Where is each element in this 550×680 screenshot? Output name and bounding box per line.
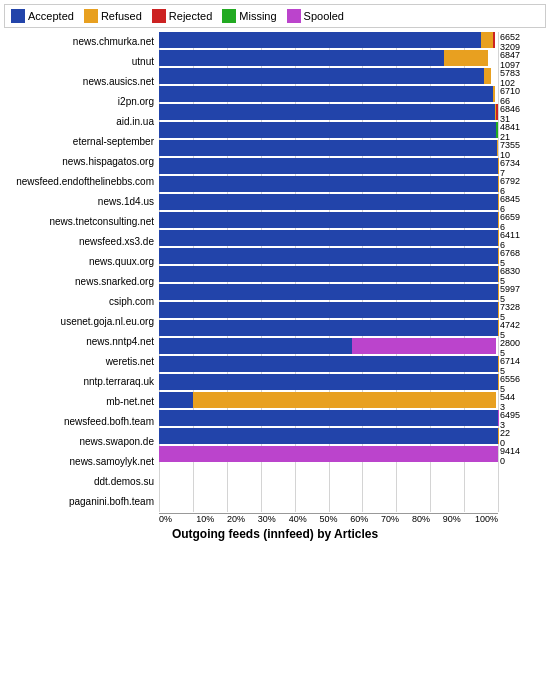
- row-label-20: news.swapon.de: [4, 432, 159, 450]
- legend-missing: Missing: [222, 9, 276, 23]
- bar-row-19: 65565: [159, 374, 498, 390]
- row-label-2: news.ausics.net: [4, 72, 159, 90]
- seg-accepted-segment: [159, 86, 493, 102]
- seg-refused-segment: [497, 140, 498, 156]
- row-label-0: news.chmurka.net: [4, 32, 159, 50]
- row-label-5: eternal-september: [4, 132, 159, 150]
- bars-column: 6652320968471097578310267106668463148412…: [159, 32, 498, 512]
- seg-accepted-segment: [159, 356, 498, 372]
- bar-row-6: 735510: [159, 140, 498, 156]
- legend: Accepted Refused Rejected Missing Spoole…: [4, 4, 546, 28]
- x-label-5: 50%: [313, 514, 344, 524]
- seg-accepted-segment: [159, 122, 496, 138]
- seg-refused-segment: [481, 32, 493, 48]
- seg-accepted-segment: [159, 284, 498, 300]
- row-label-3: i2pn.org: [4, 92, 159, 110]
- seg-refused-segment: [493, 86, 495, 102]
- row-label-23: paganini.bofh.team: [4, 492, 159, 510]
- bar-value-23: 94140: [500, 446, 520, 467]
- row-label-12: news.snarked.org: [4, 272, 159, 290]
- row-label-21: news.samoylyk.net: [4, 452, 159, 470]
- seg-accepted-segment: [159, 392, 193, 408]
- bar-row-0: 66523209: [159, 32, 498, 48]
- bar-row-18: 67145: [159, 356, 498, 372]
- bar-row-1: 68471097: [159, 50, 498, 66]
- seg-accepted-segment: [159, 104, 495, 120]
- row-label-9: news.tnetconsulting.net: [4, 212, 159, 230]
- bar-row-5: 484121: [159, 122, 498, 138]
- bar-row-16: 47425: [159, 320, 498, 336]
- missing-color-box: [222, 9, 236, 23]
- row-label-13: csiph.com: [4, 292, 159, 310]
- bar-row-23: 94140: [159, 446, 498, 462]
- x-label-10: 100%: [467, 514, 498, 524]
- x-label-7: 70%: [375, 514, 406, 524]
- legend-spooled-label: Spooled: [304, 10, 344, 22]
- bar-row-22: 220: [159, 428, 498, 444]
- bar-row-9: 68456: [159, 194, 498, 210]
- row-label-1: utnut: [4, 52, 159, 70]
- seg-accepted-segment: [159, 302, 498, 318]
- labels-column: news.chmurka.netutnutnews.ausics.neti2pn…: [4, 32, 159, 512]
- row-label-15: news.nntp4.net: [4, 332, 159, 350]
- seg-accepted-segment: [159, 338, 352, 354]
- bar-row-21: 64953: [159, 410, 498, 426]
- gridline-100: [498, 32, 499, 512]
- legend-rejected-label: Rejected: [169, 10, 212, 22]
- x-label-4: 40%: [282, 514, 313, 524]
- x-label-1: 10%: [190, 514, 221, 524]
- bar-row-8: 67926: [159, 176, 498, 192]
- row-label-17: nntp.terraraq.uk: [4, 372, 159, 390]
- bar-row-11: 64116: [159, 230, 498, 246]
- bar-row-2: 5783102: [159, 68, 498, 84]
- row-label-19: newsfeed.bofh.team: [4, 412, 159, 430]
- x-label-2: 20%: [221, 514, 252, 524]
- bar-row-3: 671066: [159, 86, 498, 102]
- legend-rejected: Rejected: [152, 9, 212, 23]
- bar-row-14: 59975: [159, 284, 498, 300]
- legend-spooled: Spooled: [287, 9, 344, 23]
- row-label-16: weretis.net: [4, 352, 159, 370]
- seg-accepted-segment: [159, 50, 444, 66]
- accepted-color-box: [11, 9, 25, 23]
- seg-accepted-segment: [159, 194, 498, 210]
- x-label-8: 80%: [406, 514, 437, 524]
- bar-row-17: 28005: [159, 338, 498, 354]
- seg-accepted-segment: [159, 32, 481, 48]
- legend-refused-label: Refused: [101, 10, 142, 22]
- bar-row-7: 67347: [159, 158, 498, 174]
- x-label-3: 30%: [251, 514, 282, 524]
- bar-row-15: 73285: [159, 302, 498, 318]
- seg-spooled-segment: [159, 446, 498, 462]
- row-label-22: ddt.demos.su: [4, 472, 159, 490]
- row-label-11: news.quux.org: [4, 252, 159, 270]
- legend-accepted: Accepted: [11, 9, 74, 23]
- chart-container: Accepted Refused Rejected Missing Spoole…: [0, 0, 550, 680]
- x-axis: 0%10%20%30%40%50%60%70%80%90%100%: [159, 513, 498, 524]
- seg-missing-segment: [496, 122, 498, 138]
- bar-row-10: 66596: [159, 212, 498, 228]
- legend-refused: Refused: [84, 9, 142, 23]
- seg-accepted-segment: [159, 410, 498, 426]
- seg-accepted-segment: [159, 140, 497, 156]
- seg-accepted-segment: [159, 248, 498, 264]
- refused-color-box: [84, 9, 98, 23]
- row-label-6: news.hispagatos.org: [4, 152, 159, 170]
- seg-refused-segment: [193, 392, 496, 408]
- spooled-color-box: [287, 9, 301, 23]
- seg-rejected-segment: [496, 104, 498, 120]
- seg-accepted-segment: [159, 68, 484, 84]
- seg-refused-segment: [484, 68, 491, 84]
- seg-accepted-segment: [159, 266, 498, 282]
- seg-accepted-segment: [159, 176, 498, 192]
- seg-spooled-segment: [352, 338, 496, 354]
- legend-missing-label: Missing: [239, 10, 276, 22]
- chart-title: Outgoing feeds (innfeed) by Articles: [4, 527, 546, 541]
- rejected-color-box: [152, 9, 166, 23]
- seg-accepted-segment: [159, 230, 498, 246]
- row-label-14: usenet.goja.nl.eu.org: [4, 312, 159, 330]
- bar-row-4: 684631: [159, 104, 498, 120]
- legend-accepted-label: Accepted: [28, 10, 74, 22]
- bar-row-13: 68305: [159, 266, 498, 282]
- seg-accepted-segment: [159, 320, 498, 336]
